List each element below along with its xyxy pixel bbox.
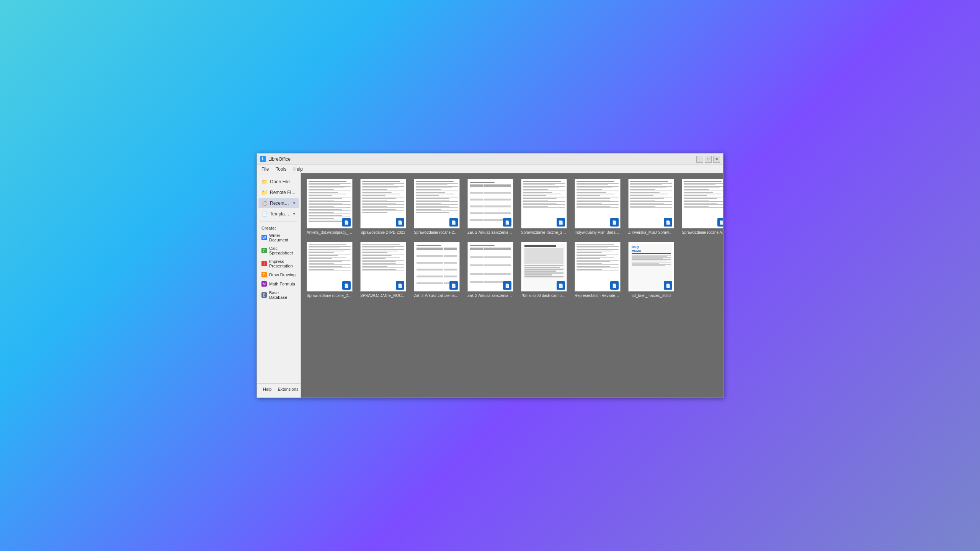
thumb-0: 📄 bbox=[307, 179, 353, 228]
file-item-10[interactable]: 📄 Zał.-2-Arkusz-zaliczenia-praktyk... bbox=[412, 240, 462, 300]
thumb-8: 📄 bbox=[307, 242, 353, 292]
templates-chevron: ▼ bbox=[292, 212, 296, 216]
writer-label: Writer Document bbox=[269, 233, 296, 242]
thumb-14: DailyMEMO bbox=[628, 242, 674, 292]
create-base-database[interactable]: B Base Database bbox=[258, 289, 299, 301]
writer-icon: W bbox=[261, 235, 267, 240]
doc-icon-3: 📄 bbox=[503, 218, 511, 227]
sidebar-item-templates[interactable]: 📄 Templates ▼ bbox=[258, 209, 299, 219]
sidebar-divider bbox=[260, 222, 297, 222]
title-bar-left: L LibreOffice bbox=[260, 156, 291, 162]
create-draw-drawing[interactable]: D Draw Drawing bbox=[258, 271, 299, 279]
sidebar-item-recent-files[interactable]: ◯ Recent Files ▼ bbox=[258, 198, 299, 208]
folder-icon: 📁 bbox=[261, 179, 268, 185]
doc-icon-2: 📄 bbox=[449, 218, 458, 227]
file-name-2: Sprawozdanie roczne 2023... bbox=[414, 230, 460, 235]
impress-icon: I bbox=[261, 261, 267, 266]
thumb-11: 📄 bbox=[467, 242, 513, 292]
file-name-7: Sprawozdanie roczne Adrin... bbox=[682, 230, 723, 235]
create-section-label: Create: bbox=[257, 224, 301, 231]
file-item-0[interactable]: 📄 Anketa_dot.wspolpracy_z_prom... bbox=[305, 177, 354, 236]
doc-icon-10: 📄 bbox=[449, 281, 458, 290]
open-file-label: Open File bbox=[270, 179, 296, 184]
doc-icon-14: 📄 bbox=[664, 281, 672, 290]
doc-icon-0: 📄 bbox=[342, 218, 351, 227]
title-bar-controls: − □ ✕ bbox=[696, 156, 720, 163]
files-grid: 📄 Anketa_dot.wspolpracy_z_prom... bbox=[305, 177, 719, 300]
title-bar: L LibreOffice − □ ✕ bbox=[257, 153, 723, 165]
base-icon: B bbox=[261, 292, 267, 298]
doc-icon-11: 📄 bbox=[503, 281, 511, 290]
file-item-13[interactable]: 📄 Representation Revisited... bbox=[573, 240, 622, 300]
file-name-1: sprawozdanie-z-IPB-2023 bbox=[361, 230, 405, 235]
file-item-7[interactable]: 📄 Sprawozdanie roczne Adrin... bbox=[680, 177, 723, 236]
file-item-3[interactable]: 📄 Zał.-2-Arkusz-zaliczenia-praktyk... bbox=[466, 177, 515, 236]
file-item-14[interactable]: DailyMEMO bbox=[626, 240, 676, 300]
thumb-9: 📄 bbox=[360, 242, 406, 292]
file-name-4: Sprawozdanie-roczne_2023[1] bbox=[521, 230, 567, 235]
remote-files-label: Remote Files bbox=[270, 190, 296, 195]
thumb-6: 📄 bbox=[628, 179, 674, 228]
create-impress-presentation[interactable]: I Impress Presentation bbox=[258, 258, 299, 270]
draw-icon: D bbox=[261, 272, 267, 277]
clock-icon: ◯ bbox=[261, 200, 268, 206]
doc-icon-12: 📄 bbox=[557, 281, 565, 290]
doc-icon-7: 📄 bbox=[717, 218, 723, 227]
recent-files-label: Recent Files bbox=[270, 201, 290, 206]
draw-label: Draw Drawing bbox=[269, 272, 296, 277]
file-item-2[interactable]: 📄 Sprawozdanie roczne 2023... bbox=[412, 177, 462, 236]
content-area[interactable]: 📄 Anketa_dot.wspolpracy_z_prom... bbox=[301, 173, 723, 398]
doc-icon-9: 📄 bbox=[396, 281, 404, 290]
base-label: Base Database bbox=[269, 290, 296, 300]
file-name-10: Zał.-2-Arkusz-zaliczenia-praktyk... bbox=[414, 293, 460, 298]
thumb-1: 📄 bbox=[360, 179, 406, 228]
menu-tools[interactable]: Tools bbox=[273, 166, 289, 173]
file-item-1[interactable]: 📄 sprawozdanie-z-IPB-2023 bbox=[358, 177, 408, 236]
create-calc-spreadsheet[interactable]: C Calc Spreadsheet bbox=[258, 245, 299, 257]
main-content: 📁 Open File 📁 Remote Files ◯ Recent File… bbox=[257, 173, 723, 398]
sidebar-item-remote-files[interactable]: 📁 Remote Files bbox=[258, 187, 299, 197]
thumb-10: 📄 bbox=[414, 242, 460, 292]
sidebar-footer: Help Extensions bbox=[257, 383, 301, 395]
calc-label: Calc Spreadsheet bbox=[269, 246, 296, 255]
file-item-8[interactable]: 📄 Sprawozdanie-roczne_2022[1] bbox=[305, 240, 354, 300]
doc-icon-6: 📄 bbox=[664, 218, 672, 227]
doc-icon-4: 📄 bbox=[557, 218, 565, 227]
sidebar-item-open-file[interactable]: 📁 Open File bbox=[258, 177, 299, 187]
recent-files-chevron: ▼ bbox=[292, 201, 296, 205]
file-item-6[interactable]: 📄 Z.Kwerska_MSD Sprawozdanie... bbox=[626, 177, 676, 236]
file-name-14: 50_brief_marzec_2023 bbox=[632, 293, 671, 298]
thumb-13: 📄 bbox=[575, 242, 621, 292]
file-item-9[interactable]: 📄 SPRAWOZDANIE_ROCZNE_DOK... bbox=[358, 240, 408, 300]
thumb-12: 📄 bbox=[521, 242, 567, 292]
maximize-button[interactable]: □ bbox=[705, 156, 712, 163]
file-item-11[interactable]: 📄 Zał.-2-Arkusz-zaliczenia-praktyk... bbox=[466, 240, 515, 300]
sidebar-nav-section: 📁 Open File 📁 Remote Files ◯ Recent File… bbox=[257, 176, 301, 219]
calc-icon: C bbox=[261, 248, 267, 253]
extensions-button[interactable]: Extensions bbox=[275, 385, 301, 393]
help-button[interactable]: Help bbox=[260, 385, 275, 393]
close-button[interactable]: ✕ bbox=[713, 156, 720, 163]
minimize-button[interactable]: − bbox=[696, 156, 703, 163]
doc-icon-1: 📄 bbox=[396, 218, 404, 227]
thumb-5: 📄 bbox=[575, 179, 621, 228]
math-icon: M bbox=[261, 281, 267, 287]
create-writer-document[interactable]: W Writer Document bbox=[258, 231, 299, 244]
file-name-5: Indywidualny Plan Badawczy-... bbox=[575, 230, 621, 235]
file-item-5[interactable]: 📄 Indywidualny Plan Badawczy-... bbox=[573, 177, 622, 236]
file-name-9: SPRAWOZDANIE_ROCZNE_DOK... bbox=[360, 293, 406, 298]
file-name-8: Sprawozdanie-roczne_2022[1] bbox=[307, 293, 353, 298]
menu-file[interactable]: File bbox=[258, 166, 272, 173]
math-label: Math Formula bbox=[269, 282, 295, 286]
file-item-4[interactable]: 📄 Sprawozdanie-roczne_2023[1] bbox=[519, 177, 569, 236]
file-name-11: Zał.-2-Arkusz-zaliczenia-praktyk... bbox=[467, 293, 513, 298]
templates-label: Templates bbox=[270, 211, 290, 217]
create-math-formula[interactable]: M Math Formula bbox=[258, 280, 299, 288]
file-name-6: Z.Kwerska_MSD Sprawozdanie... bbox=[628, 230, 674, 235]
file-name-0: Anketa_dot.wspolpracy_z_prom... bbox=[307, 230, 353, 235]
menu-help[interactable]: Help bbox=[290, 166, 306, 173]
remote-folder-icon: 📁 bbox=[261, 189, 268, 196]
file-item-12[interactable]: 📄 70mai s200 dash cam omni bbox=[519, 240, 569, 300]
app-icon: L bbox=[260, 156, 266, 162]
impress-label: Impress Presentation bbox=[269, 259, 296, 268]
